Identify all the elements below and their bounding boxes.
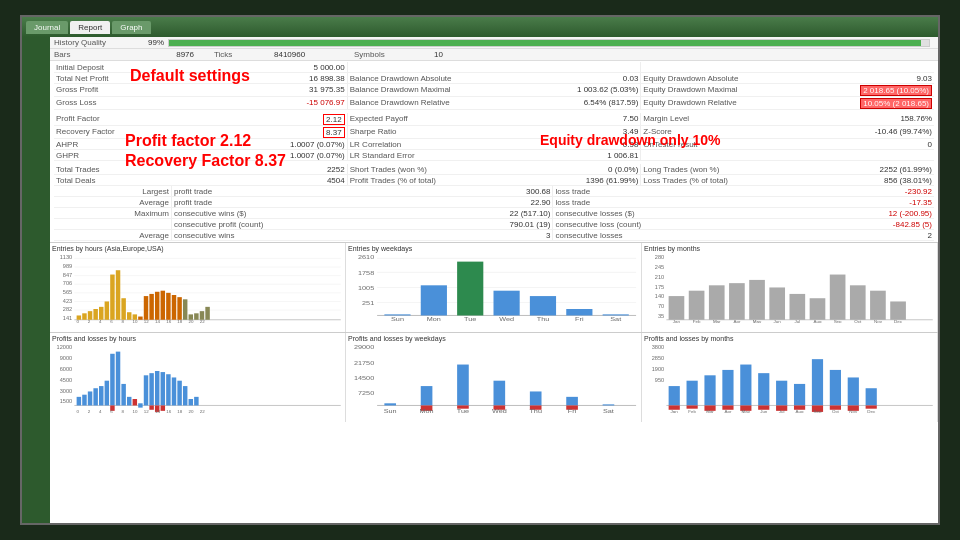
screenshot-wrapper: Journal Report Graph Default settings Pr… <box>20 15 940 525</box>
svg-text:16: 16 <box>166 409 172 413</box>
svg-rect-189 <box>740 365 751 406</box>
consec-profit-label: consecutive profit (count) <box>174 220 263 229</box>
svg-rect-62 <box>421 285 447 315</box>
entries-months-title: Entries by months <box>644 245 935 252</box>
ed-maximal-cell: Equity Drawdown Maximal 2 018.65 (10.05%… <box>641 84 934 96</box>
svg-text:12000: 12000 <box>57 345 73 351</box>
loss-trades-value: 856 (38.01%) <box>884 176 932 185</box>
svg-rect-92 <box>850 285 866 319</box>
profit-factor-label: Profit Factor <box>56 114 100 125</box>
svg-rect-123 <box>127 397 131 406</box>
svg-text:8: 8 <box>121 409 124 413</box>
svg-rect-22 <box>110 275 114 320</box>
initial-deposit-value: 5 000.00 <box>314 63 345 72</box>
profit-trades-label: Profit Trades (% of total) <box>350 176 436 185</box>
average-label-cell: Average <box>54 197 172 207</box>
tab-graph[interactable]: Graph <box>112 21 150 34</box>
lr-err-label: LR Standard Error <box>350 151 415 160</box>
avg-losses-cell: consecutive losses 2 <box>553 230 934 240</box>
entries-months-svg: 280 245 210 175 140 70 35 <box>644 253 935 323</box>
net-profit-value: 16 898.38 <box>309 74 345 83</box>
entries-hours-svg: 1130 989 847 706 565 423 282 141 <box>52 253 343 323</box>
bd-absolute-cell: Balance Drawdown Absolute 0.03 <box>348 73 642 83</box>
pnl-months-title: Profits and losses by months <box>644 335 935 342</box>
total-deals-cell: Total Deals 4504 <box>54 175 348 185</box>
svg-text:Jan: Jan <box>673 319 681 323</box>
initial-deposit-label: Initial Deposit <box>56 63 104 72</box>
svg-text:Dec: Dec <box>894 319 903 323</box>
svg-rect-157 <box>384 403 396 405</box>
svg-text:10: 10 <box>133 319 139 323</box>
annotation-equity-drawdown: Equity drawdown only 10% <box>540 132 720 148</box>
svg-text:2: 2 <box>88 409 91 413</box>
bars-label: Bars <box>54 50 134 59</box>
long-trades-label: Long Trades (won %) <box>643 165 719 174</box>
bars-row: Bars 8976 Ticks 8410960 Symbols 10 <box>50 49 938 61</box>
tab-journal[interactable]: Journal <box>26 21 68 34</box>
svg-rect-94 <box>890 301 906 319</box>
trades-section: Total Trades 2252 Short Trades (won %) 0… <box>50 163 938 242</box>
toolbar-tabs: Journal Report Graph <box>26 21 151 34</box>
history-quality-fill <box>169 40 921 46</box>
svg-rect-115 <box>82 395 86 406</box>
svg-rect-32 <box>166 293 170 320</box>
svg-rect-131 <box>166 374 170 405</box>
ed-relative-value: 10.05% (2 018.65) <box>860 98 932 109</box>
total-trades-label: Total Trades <box>56 165 100 174</box>
svg-rect-203 <box>866 388 877 405</box>
gross-profit-value: 31 975.35 <box>309 85 345 96</box>
svg-text:7250: 7250 <box>358 390 375 396</box>
history-quality-row: History Quality 99% <box>50 37 938 49</box>
svg-text:Apr: Apr <box>724 409 731 413</box>
avg-losses-label: consecutive losses <box>555 231 622 240</box>
svg-rect-93 <box>870 291 886 320</box>
svg-text:Thu: Thu <box>537 316 550 322</box>
svg-text:Sun: Sun <box>391 316 404 322</box>
svg-text:Jun: Jun <box>760 409 768 413</box>
ed-relative-label: Equity Drawdown Relative <box>643 98 736 109</box>
svg-rect-66 <box>566 309 592 315</box>
largest-loss-label: loss trade <box>555 187 590 196</box>
svg-rect-19 <box>93 309 97 320</box>
entries-weekdays-chart: Entries by weekdays 2610 1758 1005 251 <box>346 243 642 332</box>
avg-profit-value: 22.90 <box>530 198 550 207</box>
sharpe-label: Sharpe Ratio <box>350 127 397 138</box>
ghpr-value: 1.0007 (0.07%) <box>290 151 345 160</box>
profit-trades-cell: Profit Trades (% of total) 1396 (61.99%) <box>348 175 642 185</box>
svg-text:14500: 14500 <box>354 375 375 381</box>
bd-absolute-value: 0.03 <box>623 74 639 83</box>
lr-err-cell: LR Standard Error 1 006.81 <box>348 150 642 160</box>
svg-text:May: May <box>753 319 762 323</box>
svg-rect-89 <box>790 294 806 320</box>
svg-rect-129 <box>155 371 159 405</box>
svg-text:14: 14 <box>155 319 161 323</box>
svg-rect-132 <box>149 405 153 409</box>
svg-text:140: 140 <box>655 293 664 299</box>
svg-text:35: 35 <box>658 313 664 319</box>
svg-text:2610: 2610 <box>358 254 375 260</box>
svg-text:Jun: Jun <box>774 319 782 323</box>
profit-trades-value: 1396 (61.99%) <box>586 176 638 185</box>
pnl-weekdays-chart: Profits and losses by weekdays 29000 217… <box>346 333 642 422</box>
empty-3 <box>641 150 934 160</box>
bd-maximal-cell: Balance Drawdown Maximal 1 003.62 (5.03%… <box>348 84 642 96</box>
svg-rect-90 <box>810 298 826 320</box>
avg-wins-label: consecutive wins <box>174 231 234 240</box>
bd-relative-label: Balance Drawdown Relative <box>350 98 450 109</box>
tab-report[interactable]: Report <box>70 21 110 34</box>
average-row: Average profit trade 22.90 loss trade -1… <box>54 197 934 208</box>
svg-text:3000: 3000 <box>60 388 72 394</box>
margin-cell: Margin Level 158.76% <box>641 113 934 125</box>
svg-text:Mar: Mar <box>713 319 721 323</box>
svg-rect-195 <box>794 384 805 406</box>
svg-rect-181 <box>669 386 680 405</box>
svg-text:Wed: Wed <box>492 408 507 413</box>
svg-text:Thu: Thu <box>529 408 542 413</box>
entries-hours-chart: Entries by hours (Asia,Europe,USA) 1130 … <box>50 243 346 332</box>
entries-hours-title: Entries by hours (Asia,Europe,USA) <box>52 245 343 252</box>
largest-loss-value: -230.92 <box>905 187 932 196</box>
svg-text:22: 22 <box>200 409 206 413</box>
consec-wins-cell: consecutive wins ($) 22 (517.10) <box>172 208 554 218</box>
svg-text:22: 22 <box>200 319 206 323</box>
total-deals-label: Total Deals <box>56 176 96 185</box>
